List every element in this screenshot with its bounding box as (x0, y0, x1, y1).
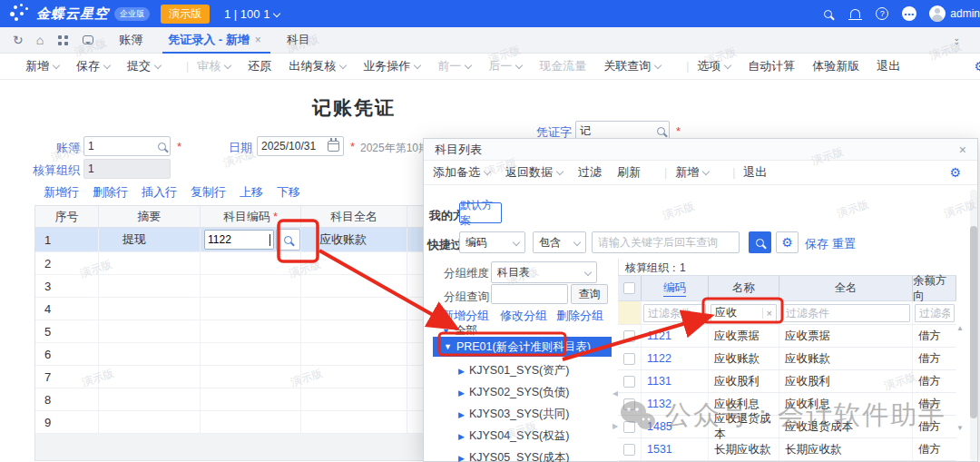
col-code[interactable]: 编码 (642, 276, 709, 300)
tree-node-pre01-selected[interactable]: ▼PRE01(新会计准则科目表) (433, 337, 612, 357)
account-row[interactable]: 1121 应收票据 应收票据 借方 (618, 325, 956, 348)
tree-node-common[interactable]: ▶KJYS03_SYS(共同) (458, 407, 569, 422)
clear-filter-icon[interactable]: × (762, 308, 772, 319)
org-selector[interactable]: 1 | 100 1 (224, 7, 270, 21)
keyword-search-input[interactable] (592, 231, 740, 253)
toolbar-exit[interactable]: 退出 (877, 58, 900, 74)
filter-button[interactable]: 过滤 (578, 164, 602, 181)
tab-account[interactable]: 科目 (287, 27, 310, 54)
insert-row-button[interactable]: 插入行 (142, 184, 177, 201)
col-account-code: 科目编码* (201, 206, 301, 227)
group-search-input[interactable] (491, 284, 568, 304)
toolbar-related-query[interactable]: 关联查询 (603, 58, 661, 74)
delete-group-button[interactable]: 删除分组 (556, 308, 603, 324)
col-fullname[interactable]: 全名 (779, 276, 913, 300)
move-down-button[interactable]: 下移 (277, 184, 300, 201)
account-row[interactable]: 1122 应收账款 应收账款 借方 (618, 348, 956, 370)
account-row[interactable]: 1531 长期应收款 长期应收款 借方 (618, 438, 956, 461)
reset-button[interactable]: 重置 (832, 236, 856, 252)
dialog-new-button[interactable]: 新增 (675, 164, 709, 181)
toolbar-new-experience[interactable]: 体验新版 (812, 58, 859, 74)
account-row[interactable]: 1131 应收股利 应收股利 借方 (618, 370, 956, 393)
account-code-input[interactable] (204, 230, 274, 250)
date-field[interactable] (257, 136, 344, 156)
toolbar-save[interactable]: 保存 (76, 58, 110, 74)
copy-row-button[interactable]: 复制行 (191, 184, 226, 201)
book-field[interactable] (83, 136, 171, 156)
book-lookup-icon[interactable] (158, 143, 166, 151)
home-icon[interactable]: ⌂ (36, 34, 44, 46)
account-row[interactable]: 1485 应收退货成本 应收退货成本 借方 (618, 416, 956, 438)
save-scheme-button[interactable]: 保存 (805, 236, 828, 252)
org-label: 核算组织 (27, 162, 80, 179)
search-icon[interactable] (820, 6, 835, 21)
row-checkbox[interactable] (623, 444, 635, 456)
toolbar-submit[interactable]: 提交 (127, 58, 161, 74)
edit-group-button[interactable]: 修改分组 (500, 308, 547, 324)
dialog-gear-icon[interactable]: ⚙ (949, 166, 961, 179)
filter-field-select[interactable]: 编码 (459, 231, 525, 253)
toolbar-new[interactable]: 新增 (25, 58, 59, 74)
summary-cell[interactable]: 提现 (99, 228, 201, 251)
dialog-exit-button[interactable]: 退出 (743, 164, 767, 181)
account-lookup-button[interactable] (276, 229, 300, 251)
toolbar-cashier-review[interactable]: 出纳复核 (289, 58, 346, 74)
sync-icon[interactable]: ↻ (13, 34, 24, 46)
toolbar-auto-calc[interactable]: 自动计算 (748, 58, 795, 74)
group-dim-select[interactable]: 科目表 (491, 261, 597, 283)
account-table: 编码 名称 全名 余额方向 × 1121 应收票据 应收票据 借方 (618, 275, 956, 461)
message-icon[interactable] (83, 35, 93, 44)
return-data-button[interactable]: 返回数据 (505, 164, 563, 181)
delete-row-button[interactable]: 删除行 (93, 184, 128, 201)
notification-bell-icon[interactable] (848, 6, 862, 21)
org-chevron-down-icon[interactable] (273, 10, 280, 17)
row-checkbox[interactable] (623, 353, 635, 365)
default-scheme-button[interactable]: 默认方案 (459, 202, 502, 223)
toolbar-business-ops[interactable]: 业务操作 (363, 58, 420, 74)
tab-close-icon[interactable]: × (255, 34, 261, 46)
tab-voucher-entry[interactable]: 凭证录入 - 新增 × (168, 27, 261, 54)
filter-operator-select[interactable]: 包含 (533, 231, 586, 253)
direction-filter-input[interactable] (915, 304, 955, 322)
toolbar-gear-icon[interactable]: ⚙ (974, 60, 980, 73)
calendar-icon[interactable] (328, 141, 339, 152)
refresh-button[interactable]: 刷新 (617, 164, 641, 181)
collapse-tabs-icon[interactable]: ⌄⌄ (953, 36, 960, 44)
tree-node-assets[interactable]: ▶KJYS01_SYS(资产) (458, 363, 569, 378)
scrollbar-thumb[interactable] (970, 226, 977, 418)
search-button[interactable] (749, 231, 771, 253)
move-up-button[interactable]: 上移 (240, 184, 263, 201)
add-candidate-button[interactable]: 添加备选 (433, 164, 490, 181)
tab-ledger[interactable]: 账簿 (119, 27, 142, 54)
avatar[interactable] (929, 5, 946, 22)
row-checkbox[interactable] (623, 330, 635, 342)
add-group-button[interactable]: 新增分组 (442, 308, 489, 324)
toolbar-restore[interactable]: 还原 (248, 58, 271, 74)
dialog-close-icon[interactable]: × (959, 143, 966, 157)
apps-grid-icon[interactable] (58, 35, 68, 45)
row-checkbox[interactable] (623, 398, 635, 410)
row-checkbox[interactable] (623, 421, 635, 433)
code-filter-input[interactable] (643, 304, 706, 322)
table-scroll-down-icon[interactable]: ▼ (956, 424, 964, 432)
row-checkbox[interactable] (623, 376, 635, 388)
voucher-word-lookup-icon[interactable] (657, 127, 665, 135)
assistant-icon[interactable]: ••• (902, 6, 916, 21)
add-row-button[interactable]: 新增行 (44, 184, 79, 201)
fullname-filter-input[interactable] (781, 304, 910, 322)
tree-node-cost[interactable]: ▶KJYS05_SYS(成本) (458, 450, 569, 462)
dialog-scrollbar[interactable] (970, 190, 977, 461)
col-direction[interactable]: 余额方向 (913, 276, 956, 300)
help-icon[interactable]: ? (875, 6, 889, 21)
toolbar-options[interactable]: 选项 (697, 58, 730, 74)
account-row[interactable]: 1132 应收利息 应收利息 借方 (618, 393, 956, 416)
col-summary: 摘要 (99, 206, 201, 227)
tree-node-equity[interactable]: ▶KJYS04_SYS(权益) (458, 428, 569, 444)
filter-settings-icon[interactable]: ⚙ (776, 231, 799, 253)
username[interactable]: admin (950, 7, 980, 20)
name-filter-input[interactable]: × (710, 304, 777, 322)
col-name[interactable]: 名称 (709, 276, 779, 300)
group-query-button[interactable]: 查询 (571, 284, 608, 304)
tree-node-liabilities[interactable]: ▶KJYS02_SYS(负债) (458, 385, 569, 400)
table-scroll-up-icon[interactable]: ▲ (956, 324, 964, 332)
